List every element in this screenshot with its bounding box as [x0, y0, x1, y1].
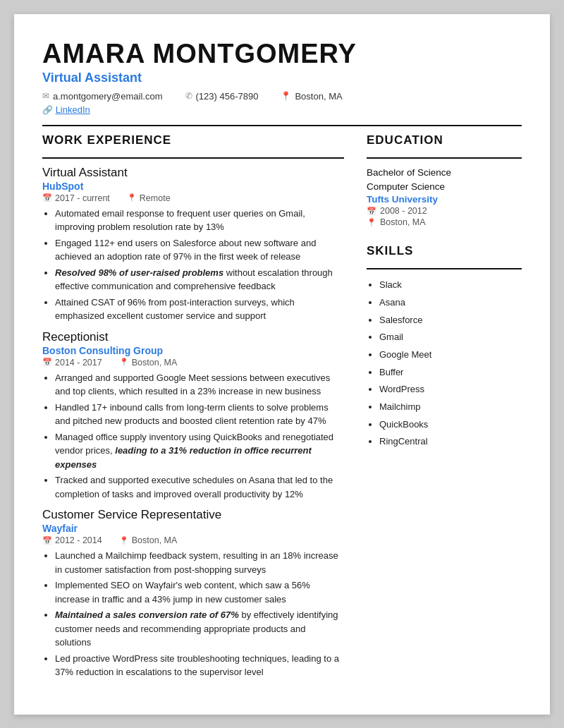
resume-page: AMARA MONTGOMERY Virtual Assistant ✉ a.m… [14, 14, 550, 715]
edu-field-text: Computer Science [367, 181, 445, 192]
skills-title: SKILLS [367, 244, 522, 258]
job-1-dates-text: 2017 - current [55, 193, 110, 203]
skill-item: Gmail [379, 329, 522, 346]
bullet-item: Attained CSAT of 96% from post-interacti… [55, 296, 344, 323]
location-icon: 📍 [281, 91, 291, 101]
phone-icon: ✆ [185, 91, 192, 101]
bold-italic-text: Resolved 98% of user-raised problems [55, 267, 223, 278]
candidate-name: AMARA MONTGOMERY [42, 40, 522, 69]
edu-location-icon: 📍 [367, 218, 376, 227]
job-2-company: Boston Consulting Group [42, 345, 344, 356]
bullet-item: Maintained a sales conversion rate of 67… [55, 608, 344, 650]
job-1-title: Virtual Assistant [42, 166, 344, 180]
phone-text: (123) 456-7890 [196, 91, 259, 102]
skill-item: Buffer [379, 364, 522, 382]
location-text: Boston, MA [295, 91, 342, 102]
education-section: EDUCATION Bachelor of Science Computer S… [367, 133, 522, 228]
location-icon-2: 📍 [119, 358, 129, 367]
bullet-item: Led proactive WordPress site troubleshoo… [55, 652, 344, 679]
edu-location-row: 📍 Boston, MA [367, 217, 522, 227]
calendar-icon-3: 📅 [42, 536, 52, 545]
job-1-meta: 📅 2017 - current 📍 Remote [42, 193, 344, 203]
work-experience-title: WORK EXPERIENCE [42, 133, 344, 147]
edu-dates: 2008 - 2012 [380, 206, 427, 216]
bullet-item: Engaged 112+ end users on Salesforce abo… [55, 236, 344, 264]
job-3-meta: 📅 2012 - 2014 📍 Boston, MA [42, 535, 344, 545]
email-icon: ✉ [42, 91, 49, 101]
job-3-location-text: Boston, MA [132, 535, 178, 545]
main-content: WORK EXPERIENCE Virtual Assistant HubSpo… [42, 133, 522, 686]
job-1-dates: 📅 2017 - current [42, 193, 110, 203]
bullet-item: Implemented SEO on Wayfair's web content… [55, 578, 344, 606]
bold-italic-text: Maintained a sales conversion rate of 67… [55, 609, 239, 620]
skill-item: Salesforce [379, 312, 522, 329]
candidate-title: Virtual Assistant [42, 71, 522, 85]
skill-item: Asana [379, 294, 522, 312]
job-3-dates-text: 2012 - 2014 [55, 535, 102, 545]
job-2-location: 📍 Boston, MA [119, 358, 178, 368]
job-2-location-text: Boston, MA [132, 358, 178, 368]
calendar-icon-1: 📅 [42, 193, 52, 202]
job-1-location-text: Remote [140, 193, 171, 203]
skill-item: WordPress [379, 381, 522, 399]
location-icon-3: 📍 [119, 536, 129, 545]
edu-degree: Bachelor of Science Computer Science [367, 166, 522, 195]
calendar-icon-2: 📅 [42, 358, 52, 367]
edu-school: Tufts University [367, 194, 522, 205]
bullet-item: Managed office supply inventory using Qu… [55, 430, 344, 472]
job-3-location: 📍 Boston, MA [119, 535, 178, 545]
bullet-item: Launched a Mailchimp feedback system, re… [55, 549, 344, 576]
bullet-item: Automated email response to frequent use… [55, 207, 344, 234]
location-icon-1: 📍 [127, 193, 137, 202]
skills-section: SKILLS SlackAsanaSalesforceGmailGoogle M… [367, 244, 522, 451]
bullet-item: Resolved 98% of user-raised problems wit… [55, 266, 344, 293]
header-divider [42, 125, 522, 126]
linkedin-row: 🔗 LinkedIn [42, 104, 522, 115]
work-divider [42, 157, 344, 159]
job-2-bullets: Arranged and supported Google Meet sessi… [55, 371, 344, 502]
skills-divider [367, 268, 522, 269]
job-2-dates: 📅 2014 - 2017 [42, 358, 102, 368]
phone-item: ✆ (123) 456-7890 [185, 91, 259, 102]
linkedin-link[interactable]: LinkedIn [56, 104, 90, 115]
contact-row: ✉ a.montgomery@email.com ✆ (123) 456-789… [42, 91, 522, 102]
job-1-bullets: Automated email response to frequent use… [55, 207, 344, 323]
skill-item: Slack [379, 277, 522, 294]
header-section: AMARA MONTGOMERY Virtual Assistant ✉ a.m… [42, 40, 522, 115]
job-3-dates: 📅 2012 - 2014 [42, 535, 102, 545]
skill-item: RingCentral [379, 433, 522, 451]
job-2-title: Receptionist [42, 330, 344, 344]
education-divider [367, 157, 522, 159]
linkedin-icon: 🔗 [42, 105, 53, 115]
bullet-item: Arranged and supported Google Meet sessi… [55, 371, 344, 399]
job-1-company: HubSpot [42, 181, 344, 192]
job-3-title: Customer Service Representative [42, 508, 344, 522]
edu-meta: 📅 2008 - 2012 📍 Boston, MA [367, 206, 522, 227]
job-2: Receptionist Boston Consulting Group 📅 2… [42, 330, 344, 502]
email-text: a.montgomery@email.com [53, 91, 163, 102]
left-column: WORK EXPERIENCE Virtual Assistant HubSpo… [42, 133, 344, 686]
job-1: Virtual Assistant HubSpot 📅 2017 - curre… [42, 166, 344, 323]
job-2-dates-text: 2014 - 2017 [55, 358, 102, 368]
skills-list: SlackAsanaSalesforceGmailGoogle MeetBuff… [379, 277, 522, 451]
education-title: EDUCATION [367, 133, 522, 147]
edu-degree-text: Bachelor of Science [367, 167, 451, 178]
job-3: Customer Service Representative Wayfair … [42, 508, 344, 679]
right-column: EDUCATION Bachelor of Science Computer S… [367, 133, 522, 686]
edu-location: Boston, MA [380, 217, 426, 227]
bold-italic-text: leading to a 31% reduction in office rec… [55, 445, 312, 470]
location-item: 📍 Boston, MA [281, 91, 342, 102]
job-1-location: 📍 Remote [127, 193, 171, 203]
bullet-item: Tracked and supported executive schedule… [55, 473, 344, 501]
job-3-company: Wayfair [42, 523, 344, 534]
skill-item: Mailchimp [379, 399, 522, 416]
job-3-bullets: Launched a Mailchimp feedback system, re… [55, 549, 344, 679]
edu-dates-row: 📅 2008 - 2012 [367, 206, 522, 216]
edu-calendar-icon: 📅 [367, 207, 376, 216]
email-item: ✉ a.montgomery@email.com [42, 91, 163, 102]
skill-item: Google Meet [379, 346, 522, 364]
skill-item: QuickBooks [379, 416, 522, 434]
job-2-meta: 📅 2014 - 2017 📍 Boston, MA [42, 358, 344, 368]
bullet-item: Handled 17+ inbound calls from long-term… [55, 401, 344, 428]
